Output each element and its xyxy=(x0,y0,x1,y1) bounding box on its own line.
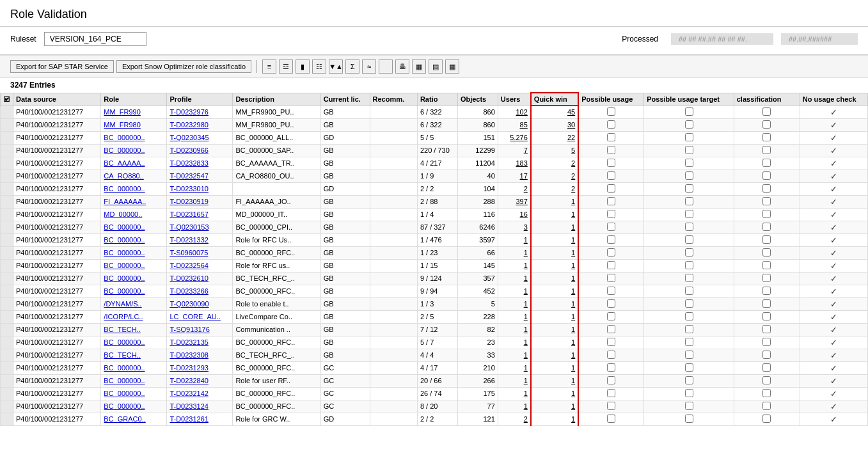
cell-role[interactable]: BC_000000.. xyxy=(101,387,167,400)
cell-possibletarget[interactable] xyxy=(644,118,734,131)
table-row[interactable]: P40/100/0021231277 CA_RO880.. T-D0232547… xyxy=(1,170,868,182)
cell-possible[interactable] xyxy=(578,361,644,374)
cell-profile[interactable]: T-D0232833 xyxy=(167,157,233,170)
cell-possibletarget[interactable] xyxy=(644,106,734,118)
cell-possibletarget[interactable] xyxy=(644,144,734,157)
table-row[interactable]: P40/100/0021231277 /ICORP/LC.. LC_CORE_A… xyxy=(1,310,868,323)
col-header-nousage[interactable]: No usage check xyxy=(800,93,867,106)
cell-role[interactable]: BC_000000.. xyxy=(101,374,167,387)
cell-classification[interactable] xyxy=(734,285,800,297)
cell-classification[interactable] xyxy=(734,106,800,118)
cell-classification[interactable] xyxy=(734,195,800,208)
table-row[interactable]: P40/100/0021231277 BC_TECH.. T-D0232308 … xyxy=(1,349,868,361)
col-header-desc[interactable]: Description xyxy=(233,93,320,106)
cell-role[interactable]: BC_TECH.. xyxy=(101,349,167,361)
cell-possible[interactable] xyxy=(578,195,644,208)
cell-possibletarget[interactable] xyxy=(644,170,734,182)
cell-classification[interactable] xyxy=(734,387,800,400)
table-row[interactable]: P40/100/0021231277 BC_GRAC0.. T-D0231261… xyxy=(1,413,868,425)
table-row[interactable]: P40/100/0021231277 BC_000000.. T-S096007… xyxy=(1,246,868,259)
cell-possibletarget[interactable] xyxy=(644,361,734,374)
cell-profile[interactable]: T-D0233124 xyxy=(167,400,233,413)
cell-profile[interactable]: T-D0232308 xyxy=(167,349,233,361)
cell-profile[interactable]: T-Q0230345 xyxy=(167,131,233,144)
cell-profile[interactable]: T-D0232840 xyxy=(167,374,233,387)
cell-role[interactable]: MM_FR980 xyxy=(101,118,167,131)
cell-role[interactable]: BC_000000.. xyxy=(101,131,167,144)
cell-profile[interactable]: T-D0231261 xyxy=(167,413,233,425)
cell-profile[interactable]: T-D0232610 xyxy=(167,272,233,285)
cell-profile[interactable]: T-D0230919 xyxy=(167,195,233,208)
col-header-profile[interactable]: Profile xyxy=(167,93,233,106)
col-header-curlic[interactable]: Current lic. xyxy=(320,93,370,106)
cell-role[interactable]: BC_000000.. xyxy=(101,182,167,195)
cell-possible[interactable] xyxy=(578,323,644,336)
cell-possibletarget[interactable] xyxy=(644,336,734,349)
cell-role[interactable]: MM_FR990 xyxy=(101,106,167,118)
cell-possibletarget[interactable] xyxy=(644,387,734,400)
cell-classification[interactable] xyxy=(734,233,800,246)
cell-profile[interactable]: T-Q0230153 xyxy=(167,221,233,233)
cell-possibletarget[interactable] xyxy=(644,285,734,297)
cell-classification[interactable] xyxy=(734,413,800,425)
cell-possibletarget[interactable] xyxy=(644,131,734,144)
cell-role[interactable]: BC_GRAC0.. xyxy=(101,413,167,425)
cell-possible[interactable] xyxy=(578,310,644,323)
cell-profile[interactable]: T-D0232142 xyxy=(167,387,233,400)
toolbar-icon-sort[interactable]: ☷ xyxy=(312,59,326,74)
table-row[interactable]: P40/100/0021231277 BC_000000.. T-Q023034… xyxy=(1,131,868,144)
cell-possible[interactable] xyxy=(578,131,644,144)
cell-possibletarget[interactable] xyxy=(644,221,734,233)
export-snow-optimizer-btn[interactable]: Export Snow Optimizer role classificatio xyxy=(116,60,251,73)
cell-classification[interactable] xyxy=(734,170,800,182)
table-row[interactable]: P40/100/0021231277 BC_000000.. T-D023133… xyxy=(1,233,868,246)
cell-role[interactable]: FI_AAAAAA.. xyxy=(101,195,167,208)
cell-possible[interactable] xyxy=(578,272,644,285)
cell-possible[interactable] xyxy=(578,170,644,182)
col-header-users[interactable]: Users xyxy=(498,93,531,106)
cell-classification[interactable] xyxy=(734,246,800,259)
cell-classification[interactable] xyxy=(734,361,800,374)
cell-classification[interactable] xyxy=(734,374,800,387)
table-row[interactable]: P40/100/0021231277 BC_000000.. T-D023129… xyxy=(1,361,868,374)
cell-role[interactable]: /ICORP/LC.. xyxy=(101,310,167,323)
table-row[interactable]: P40/100/0021231277 BC_000000.. T-D023213… xyxy=(1,336,868,349)
toolbar-icon-group[interactable]: ▮ xyxy=(296,59,310,74)
cell-classification[interactable] xyxy=(734,157,800,170)
col-header-possibletarget[interactable]: Possible usage target xyxy=(644,93,734,106)
cell-possibletarget[interactable] xyxy=(644,246,734,259)
cell-possibletarget[interactable] xyxy=(644,323,734,336)
cell-profile[interactable]: T-D0231293 xyxy=(167,361,233,374)
table-row[interactable]: P40/100/0021231277 MM_FR980 T-D0232980 M… xyxy=(1,118,868,131)
cell-possible[interactable] xyxy=(578,374,644,387)
cell-role[interactable]: CA_RO880.. xyxy=(101,170,167,182)
cell-possibletarget[interactable] xyxy=(644,349,734,361)
cell-possible[interactable] xyxy=(578,349,644,361)
table-row[interactable]: P40/100/0021231277 BC_000000.. T-D023284… xyxy=(1,374,868,387)
table-row[interactable]: P40/100/0021231277 BC_000000.. T-D023214… xyxy=(1,387,868,400)
col-header-quickwin[interactable]: Quick win xyxy=(531,93,578,106)
cell-possible[interactable] xyxy=(578,144,644,157)
cell-classification[interactable] xyxy=(734,297,800,310)
col-header-role[interactable]: Role xyxy=(101,93,167,106)
cell-role[interactable]: BC_000000.. xyxy=(101,400,167,413)
cell-possibletarget[interactable] xyxy=(644,157,734,170)
toolbar-icon-grid[interactable]: ▦ xyxy=(445,59,459,74)
cell-possible[interactable] xyxy=(578,118,644,131)
cell-possible[interactable] xyxy=(578,387,644,400)
cell-possible[interactable] xyxy=(578,106,644,118)
col-header-recomm[interactable]: Recomm. xyxy=(370,93,417,106)
cell-role[interactable]: BC_TECH.. xyxy=(101,323,167,336)
toolbar-icon-export2[interactable]: ▤ xyxy=(429,59,443,74)
cell-classification[interactable] xyxy=(734,118,800,131)
cell-classification[interactable] xyxy=(734,336,800,349)
cell-possibletarget[interactable] xyxy=(644,259,734,272)
table-container[interactable]: 🗹 Data source Role Profile Description C… xyxy=(0,92,868,426)
toolbar-icon-sum[interactable]: Σ xyxy=(345,59,359,74)
col-header-possible[interactable]: Possible usage xyxy=(578,93,644,106)
cell-possibletarget[interactable] xyxy=(644,233,734,246)
cell-classification[interactable] xyxy=(734,349,800,361)
cell-role[interactable]: BC_000000.. xyxy=(101,285,167,297)
export-sap-star-btn[interactable]: Export for SAP STAR Service xyxy=(10,60,114,73)
col-header-objects[interactable]: Objects xyxy=(457,93,498,106)
